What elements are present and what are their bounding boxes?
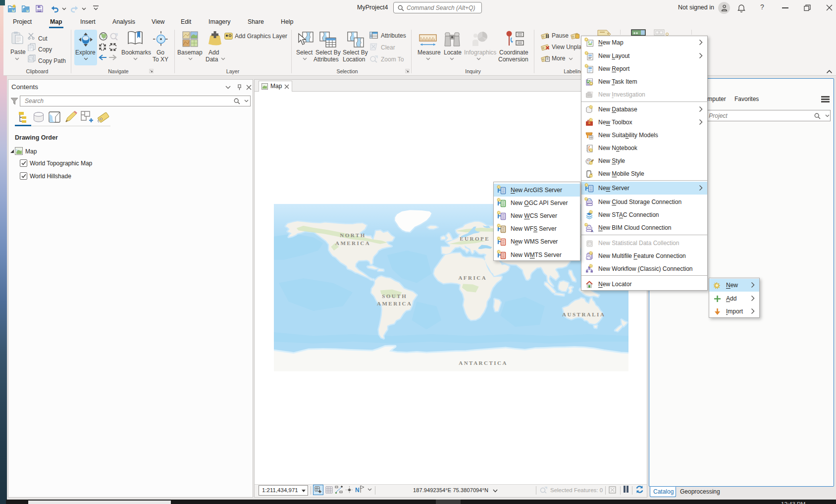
svg-text:AUSTRALIA: AUSTRALIA [562,311,605,317]
svg-text:SOUTH: SOUTH [382,293,407,299]
svg-text:AMERICA: AMERICA [335,240,370,246]
svg-text:AMERICA: AMERICA [377,301,412,306]
svg-text:EUROPE: EUROPE [460,236,490,242]
svg-text:NORTH: NORTH [340,232,366,238]
svg-text:ANTARCTICA: ANTARCTICA [459,360,508,366]
svg-text:A: A [591,229,593,232]
svg-text:AFRICA: AFRICA [458,275,487,281]
